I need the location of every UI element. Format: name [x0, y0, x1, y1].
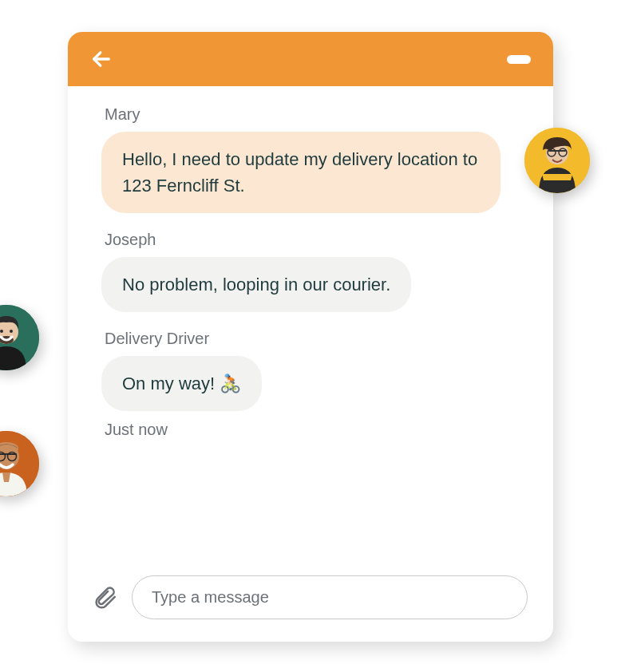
compose-bar: Type a message — [93, 575, 528, 619]
sender-label: Joseph — [105, 231, 520, 249]
svg-point-9 — [0, 330, 3, 333]
avatar-joseph — [0, 305, 39, 370]
message-customer: Mary Hello, I need to update my delivery… — [101, 105, 520, 213]
header-indicator — [507, 55, 531, 64]
messages-list: Mary Hello, I need to update my delivery… — [68, 86, 553, 439]
message-bubble: No problem, looping in our courier. — [101, 257, 411, 312]
avatar-mary — [524, 128, 590, 193]
svg-point-10 — [10, 330, 13, 333]
paperclip-icon[interactable] — [93, 585, 117, 611]
sender-label: Mary — [105, 105, 520, 124]
message-bubble: On my way! 🚴🏻 — [101, 356, 262, 411]
sender-label: Delivery Driver — [105, 330, 520, 348]
message-driver: Delivery Driver On my way! 🚴🏻 Just now — [101, 330, 520, 439]
timestamp: Just now — [105, 421, 520, 439]
message-bubble: Hello, I need to update my delivery loca… — [101, 132, 500, 213]
message-agent: Joseph No problem, looping in our courie… — [101, 231, 520, 312]
chat-window: Mary Hello, I need to update my delivery… — [68, 32, 553, 642]
avatar-driver — [0, 431, 39, 496]
svg-rect-3 — [548, 150, 566, 152]
back-arrow-icon[interactable] — [90, 48, 113, 70]
message-input[interactable]: Type a message — [132, 575, 528, 619]
chat-header — [68, 32, 553, 86]
